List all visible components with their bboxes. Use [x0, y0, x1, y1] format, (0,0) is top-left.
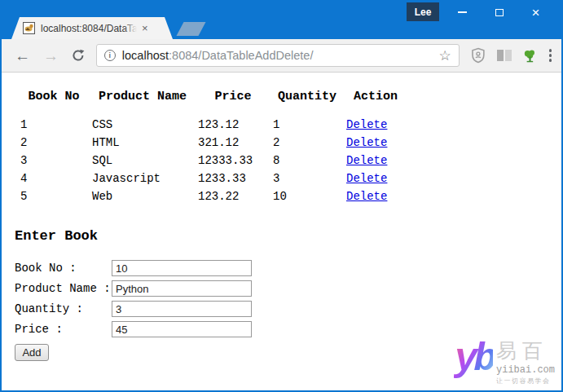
form-row-price: Price : [15, 321, 561, 337]
yiibai-watermark: yb 易百 yiibai.com 让一切容易学会 [454, 341, 555, 386]
shield-extension-icon[interactable] [470, 47, 486, 64]
table-row: 3 SQL 12333.33 8 Delete [18, 152, 407, 170]
delete-link[interactable]: Delete [346, 172, 387, 185]
cell-quantity: 8 [271, 152, 344, 170]
enter-book-heading: Enter Book [15, 228, 561, 244]
book-no-input[interactable] [112, 260, 252, 276]
back-icon[interactable]: ← [15, 48, 30, 64]
tab-title-fade [124, 23, 137, 34]
tab-title: localhost:8084/DataTab [41, 23, 137, 34]
header-product-name: Product Name [90, 90, 196, 116]
table-row: 2 HTML 321.12 2 Delete [18, 134, 407, 152]
titlebar: localhost:8084/DataTab × Lee × [0, 0, 563, 39]
form-row-quantity: Quantity : [15, 301, 561, 317]
cell-price: 123.12 [196, 116, 271, 134]
watermark-domain: yiibai.com [496, 364, 555, 376]
cell-product-name: HTML [90, 134, 196, 152]
watermark-brand: 易百 [496, 341, 548, 364]
table-row: 1 CSS 123.12 1 Delete [18, 116, 407, 134]
table-header-row: Book No Product Name Price Quantity Acti… [18, 90, 407, 116]
books-table: Book No Product Name Price Quantity Acti… [18, 90, 407, 205]
quantity-label: Quantity : [15, 302, 112, 315]
watermark-text: 易百 yiibai.com 让一切容易学会 [496, 341, 555, 386]
browser-toolbar: ← → i localhost:8084/DataTableAddDelete/… [2, 39, 561, 73]
cell-quantity: 10 [271, 187, 344, 205]
maximize-icon [495, 9, 504, 16]
info-icon[interactable]: i [104, 50, 116, 61]
header-quantity: Quantity [271, 90, 344, 116]
delete-link[interactable]: Delete [346, 154, 387, 167]
price-input[interactable] [112, 321, 252, 337]
bookmark-star-icon[interactable]: ☆ [439, 47, 451, 64]
cell-quantity: 2 [271, 134, 344, 152]
forward-icon[interactable]: → [43, 48, 59, 64]
header-action: Action [344, 90, 407, 116]
quantity-input[interactable] [112, 301, 252, 317]
cell-book-no: 3 [18, 152, 90, 170]
maximize-button[interactable] [481, 0, 517, 24]
tree-extension-icon[interactable] [522, 48, 538, 64]
cell-product-name: Javascript [90, 170, 196, 187]
cell-price: 321.12 [196, 134, 271, 152]
cell-price: 12333.33 [196, 152, 271, 170]
cell-quantity: 1 [271, 116, 344, 134]
profile-chip[interactable]: Lee [407, 2, 439, 21]
address-bar[interactable]: i localhost:8084/DataTableAddDelete/ ☆ [96, 44, 460, 67]
product-name-label: Product Name : [15, 282, 112, 295]
url-host: localhost [122, 49, 169, 62]
close-button[interactable]: × [517, 0, 554, 24]
delete-link[interactable]: Delete [346, 190, 387, 203]
cell-book-no: 5 [18, 187, 90, 205]
cell-price: 1233.33 [196, 170, 271, 187]
browser-tab[interactable]: localhost:8084/DataTab × [11, 17, 173, 39]
table-row: 4 Javascript 1233.33 3 Delete [18, 170, 407, 187]
form-row-book-no: Book No : [15, 260, 561, 276]
yiibai-logo-icon: yb [454, 341, 493, 379]
cell-book-no: 1 [18, 116, 90, 134]
tomcat-favicon [23, 22, 35, 34]
minimize-button[interactable] [444, 0, 481, 24]
refresh-icon[interactable] [71, 48, 86, 63]
header-book-no: Book No [18, 90, 90, 116]
url-path: :8084/DataTableAddDelete/ [169, 49, 313, 62]
product-name-input[interactable] [112, 280, 252, 297]
price-label: Price : [15, 323, 112, 336]
minimize-icon [458, 11, 467, 13]
header-price: Price [196, 90, 271, 116]
tab-close-icon[interactable]: × [142, 23, 148, 33]
columns-extension-icon[interactable] [497, 50, 512, 61]
url-text: localhost:8084/DataTableAddDelete/ [122, 49, 314, 62]
book-no-label: Book No : [15, 262, 112, 275]
new-tab-button[interactable] [176, 22, 205, 36]
window-controls: × [444, 0, 554, 24]
delete-link[interactable]: Delete [346, 118, 387, 131]
page-content: Book No Product Name Price Quantity Acti… [2, 73, 561, 390]
cell-product-name: SQL [90, 152, 196, 170]
form-row-product-name: Product Name : [15, 280, 561, 297]
cell-product-name: CSS [90, 116, 196, 134]
add-button[interactable]: Add [15, 344, 49, 361]
browser-window: localhost:8084/DataTab × Lee × ← → i loc… [0, 0, 563, 392]
watermark-tagline: 让一切容易学会 [496, 377, 551, 385]
cell-book-no: 4 [18, 170, 90, 187]
cell-price: 123.22 [196, 187, 271, 205]
delete-link[interactable]: Delete [346, 136, 387, 149]
menu-dots-icon[interactable] [549, 49, 552, 62]
cell-quantity: 3 [271, 170, 344, 187]
cell-book-no: 2 [18, 134, 90, 152]
table-row: 5 Web 123.22 10 Delete [18, 187, 407, 205]
cell-product-name: Web [90, 187, 196, 205]
